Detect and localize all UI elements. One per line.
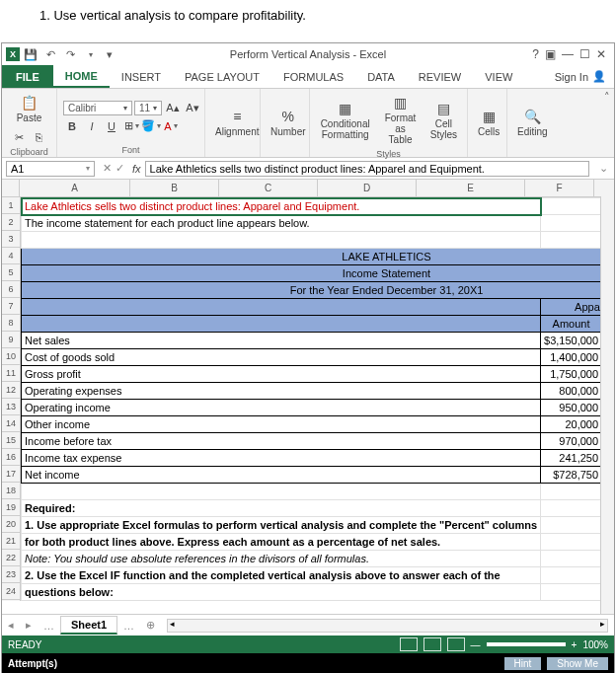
col-header-d[interactable]: D: [318, 180, 417, 196]
table-subtitle[interactable]: Income Statement: [22, 265, 615, 282]
line-label[interactable]: Net sales: [22, 333, 541, 349]
req2-text[interactable]: 2. Use the Excel IF function and the com…: [22, 567, 541, 584]
table-title[interactable]: LAKE ATHLETICS: [22, 249, 615, 265]
row-header[interactable]: 10: [2, 348, 20, 365]
req2b-text[interactable]: questions below:: [22, 584, 541, 601]
border-button[interactable]: ⊞: [122, 118, 140, 134]
line-label[interactable]: Income before tax: [22, 433, 541, 450]
ribbon-options-icon[interactable]: ▣: [545, 47, 556, 61]
formula-bar[interactable]: Lake Athletics sells two distinct produc…: [145, 161, 589, 177]
sheet-nav-more[interactable]: …: [38, 620, 60, 632]
col-header-c[interactable]: C: [219, 180, 318, 196]
help-icon[interactable]: ?: [532, 47, 539, 61]
maximize-icon[interactable]: ☐: [579, 47, 590, 61]
col-header-e[interactable]: E: [417, 180, 525, 196]
grow-font-icon[interactable]: A▴: [164, 101, 182, 116]
minimize-icon[interactable]: —: [562, 47, 574, 61]
enter-formula-icon[interactable]: ✓: [116, 162, 124, 175]
font-name-combo[interactable]: Calibri▾: [63, 101, 132, 115]
tab-insert[interactable]: INSERT: [110, 65, 173, 88]
copy-icon[interactable]: ⎘: [31, 129, 48, 145]
alignment-button[interactable]: ≡Alignment: [211, 105, 263, 139]
line-label[interactable]: Cost of goods sold: [22, 349, 541, 366]
line-label[interactable]: Operating expenses: [22, 383, 541, 400]
zoom-slider[interactable]: [487, 642, 566, 646]
cell-A2[interactable]: The income statement for each product li…: [22, 215, 541, 232]
line-label[interactable]: Operating income: [22, 400, 541, 416]
cell-A1[interactable]: Lake Athletics sells two distinct produc…: [22, 198, 541, 215]
vertical-scrollbar[interactable]: [600, 196, 614, 614]
conditional-formatting-button[interactable]: ▦Conditional Formatting: [316, 97, 374, 142]
col-header-b[interactable]: B: [130, 180, 219, 196]
view-pagelayout-icon[interactable]: [424, 637, 441, 651]
note-text[interactable]: Note: You should use absolute references…: [22, 551, 541, 567]
row-header[interactable]: 11: [2, 365, 20, 382]
row-header[interactable]: 3: [2, 231, 20, 248]
bold-button[interactable]: B: [63, 118, 81, 134]
qat-redo-icon[interactable]: ↷: [61, 45, 79, 63]
row-header[interactable]: 4: [2, 248, 20, 264]
row-header[interactable]: 20: [2, 516, 20, 533]
line-label[interactable]: Other income: [22, 416, 541, 433]
paste-button[interactable]: 📋 Paste: [13, 91, 46, 125]
number-button[interactable]: %Number: [267, 105, 310, 139]
row-header[interactable]: 19: [2, 499, 20, 516]
row-header[interactable]: 1: [2, 197, 20, 214]
hdr-blank[interactable]: [22, 299, 541, 316]
tab-view[interactable]: VIEW: [473, 65, 524, 88]
view-normal-icon[interactable]: [400, 637, 418, 651]
italic-button[interactable]: I: [83, 118, 101, 134]
expand-formula-bar-icon[interactable]: ⌄: [593, 162, 614, 175]
qat-undo-icon[interactable]: ↶: [41, 45, 59, 63]
row-header[interactable]: 16: [2, 449, 20, 466]
row-header[interactable]: 13: [2, 399, 20, 415]
hdr-amount[interactable]: Amount: [541, 316, 602, 333]
close-icon[interactable]: ✕: [596, 47, 606, 61]
name-box[interactable]: A1▾: [6, 161, 95, 177]
format-as-table-button[interactable]: ▥Format as Table: [378, 91, 422, 147]
collapse-ribbon-icon[interactable]: ˄: [600, 89, 614, 157]
row-header[interactable]: 21: [2, 533, 20, 550]
line-apparel[interactable]: $3,150,000: [541, 333, 602, 349]
row-header[interactable]: 23: [2, 566, 20, 583]
qat-more-icon[interactable]: ▾: [101, 45, 118, 63]
row-header[interactable]: 9: [2, 332, 20, 348]
sign-in[interactable]: Sign In👤: [547, 65, 614, 88]
row-header[interactable]: 5: [2, 264, 20, 281]
cell-styles-button[interactable]: ▤Cell Styles: [426, 97, 461, 142]
row-header[interactable]: 12: [2, 382, 20, 399]
tab-formulas[interactable]: FORMULAS: [271, 65, 355, 88]
shrink-font-icon[interactable]: A▾: [184, 101, 201, 116]
select-all-corner[interactable]: [2, 180, 20, 196]
cells[interactable]: Lake Athletics sells two distinct produc…: [21, 197, 614, 601]
sheet-nav-prev-icon[interactable]: ◂: [2, 619, 20, 632]
row-header[interactable]: 7: [2, 298, 20, 315]
font-size-combo[interactable]: 11▾: [134, 101, 162, 115]
tab-file[interactable]: FILE: [2, 65, 53, 88]
qat-customize-icon[interactable]: [81, 45, 99, 63]
editing-button[interactable]: 🔍Editing: [513, 105, 552, 139]
cells-button[interactable]: ▦Cells: [474, 105, 503, 139]
row-header[interactable]: 15: [2, 432, 20, 449]
font-color-button[interactable]: A: [162, 118, 180, 134]
line-label[interactable]: Income tax expense: [22, 450, 541, 467]
tab-data[interactable]: DATA: [355, 65, 407, 88]
required-label[interactable]: Required:: [22, 500, 541, 517]
req1b-text[interactable]: for both product lines above. Express ea…: [22, 534, 541, 551]
line-label[interactable]: Gross profit: [22, 366, 541, 383]
row-header[interactable]: 6: [2, 281, 20, 298]
sheet-nav-next-icon[interactable]: ▸: [20, 619, 38, 632]
fx-icon[interactable]: fx: [128, 163, 145, 175]
zoom-out-icon[interactable]: —: [471, 639, 481, 650]
cancel-formula-icon[interactable]: ✕: [103, 162, 112, 175]
tab-pagelayout[interactable]: PAGE LAYOUT: [173, 65, 271, 88]
line-label[interactable]: Net income: [22, 467, 541, 484]
zoom-in-icon[interactable]: +: [572, 639, 578, 650]
showme-button[interactable]: Show Me: [547, 657, 608, 670]
cut-icon[interactable]: ✂: [11, 129, 29, 145]
row-header[interactable]: 24: [2, 583, 20, 600]
col-header-a[interactable]: A: [20, 180, 130, 196]
row-header[interactable]: 18: [2, 483, 20, 499]
new-sheet-icon[interactable]: ⊕: [140, 619, 161, 632]
view-pagebreak-icon[interactable]: [447, 637, 465, 651]
